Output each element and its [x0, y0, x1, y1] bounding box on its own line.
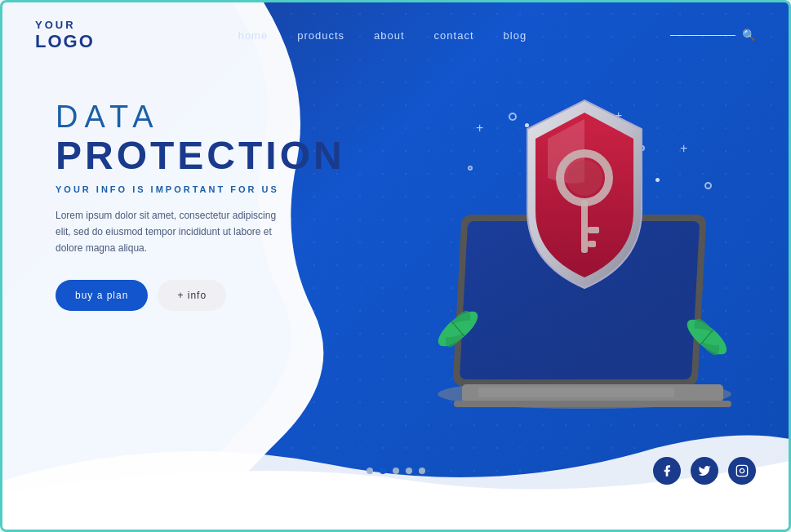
instagram-icon[interactable]	[728, 457, 756, 485]
nav-item-home[interactable]: home	[238, 28, 269, 42]
hero-title-data: DATA	[56, 100, 345, 135]
laptop-illustration	[389, 51, 764, 459]
facebook-icon[interactable]	[653, 457, 681, 485]
nav-search: 🔍	[670, 29, 756, 42]
hero-content: DATA PROTECTION YOUR INFO IS IMPORTANT F…	[56, 100, 345, 311]
pagination-dots	[367, 468, 425, 474]
svg-rect-19	[588, 241, 596, 247]
twitter-icon[interactable]	[691, 457, 718, 485]
dot-1[interactable]	[367, 468, 373, 474]
search-line	[670, 35, 735, 36]
nav-link-about[interactable]: about	[374, 29, 405, 42]
svg-point-16	[567, 160, 602, 196]
navbar: YOUR LOGO home products about contact bl…	[2, 2, 789, 68]
nav-item-contact[interactable]: contact	[434, 28, 474, 42]
svg-rect-5	[454, 401, 731, 407]
hero-description: Lorem ipsum dolor sit amet, consectetur …	[56, 207, 284, 257]
nav-link-blog[interactable]: blog	[504, 29, 527, 42]
svg-rect-18	[588, 227, 599, 233]
dot-5[interactable]	[419, 468, 425, 474]
svg-rect-20	[736, 465, 747, 476]
nav-item-about[interactable]: about	[374, 28, 405, 42]
btn-group: buy a plan + info	[56, 280, 345, 311]
svg-rect-6	[478, 388, 674, 397]
dot-4[interactable]	[406, 468, 412, 474]
hero-subtitle: YOUR INFO IS IMPORTANT FOR US	[56, 184, 345, 194]
nav-item-blog[interactable]: blog	[504, 28, 527, 42]
nav-item-products[interactable]: products	[297, 28, 344, 42]
logo-logo: LOGO	[35, 31, 95, 52]
svg-rect-17	[581, 200, 588, 253]
search-icon[interactable]: 🔍	[742, 29, 756, 42]
page-wrapper: + + + + YOUR LOGO home products about co…	[0, 0, 791, 532]
dot-3[interactable]	[393, 468, 399, 474]
social-icons	[653, 457, 756, 485]
hero-title-protection: PROTECTION	[56, 135, 345, 178]
logo-area: YOUR LOGO	[35, 19, 95, 52]
nav-link-contact[interactable]: contact	[434, 29, 474, 42]
buy-plan-button[interactable]: buy a plan	[56, 280, 148, 311]
info-button[interactable]: + info	[158, 280, 226, 311]
nav-link-products[interactable]: products	[297, 29, 344, 42]
nav-links: home products about contact blog	[238, 28, 527, 42]
nav-link-home[interactable]: home	[238, 29, 269, 42]
security-illustration-svg	[389, 51, 764, 459]
logo-your: YOUR	[35, 19, 95, 31]
dot-2-active[interactable]	[380, 468, 386, 474]
